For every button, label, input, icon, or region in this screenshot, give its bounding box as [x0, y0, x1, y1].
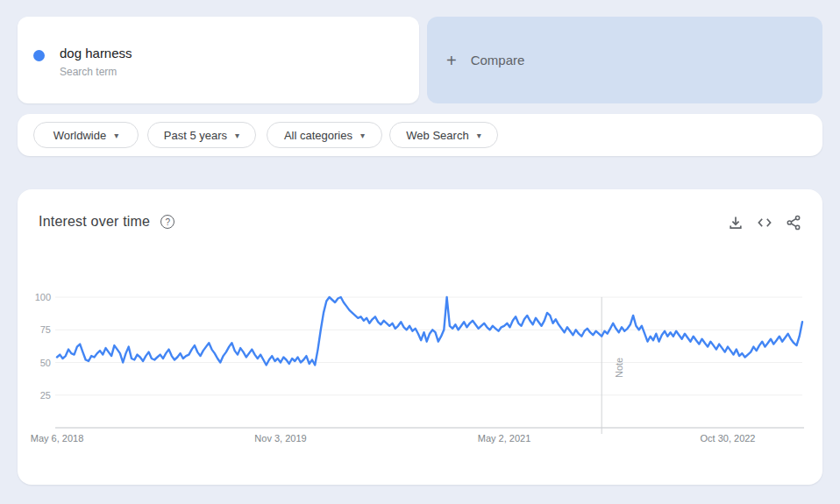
chevron-down-icon: ▾: [235, 131, 239, 140]
plus-icon: +: [446, 52, 457, 69]
compare-inner: + Compare: [446, 17, 524, 103]
compare-label: Compare: [471, 53, 525, 67]
x-axis-tick: Nov 3, 2019: [254, 433, 306, 444]
interest-over-time-card: Interest over time ? 100 75 50 25: [18, 189, 822, 485]
x-axis-tick: May 6, 2018: [31, 433, 84, 444]
search-term-card[interactable]: dog harness Search term: [18, 17, 419, 103]
filter-timerange-label: Past 5 years: [164, 129, 227, 142]
filter-category-dropdown[interactable]: All categories ▾: [267, 122, 382, 148]
filter-searchtype-label: Web Search: [406, 129, 468, 142]
x-axis-tick: Oct 30, 2022: [701, 433, 756, 444]
filter-category-label: All categories: [284, 129, 352, 142]
compare-card[interactable]: + Compare: [427, 17, 822, 103]
search-term-label: dog harness: [60, 46, 132, 60]
series-color-dot-icon: [33, 50, 45, 61]
chevron-down-icon: ▾: [360, 131, 365, 140]
filter-searchtype-dropdown[interactable]: Web Search ▾: [389, 122, 498, 148]
x-axis-tick: May 2, 2021: [478, 433, 531, 444]
chevron-down-icon: ▾: [477, 131, 481, 140]
note-marker-label[interactable]: Note: [614, 358, 624, 378]
trend-plot[interactable]: 100 75 50 25 May 6, 2018 Nov 3, 2019 May…: [18, 189, 822, 485]
filter-bar: Worldwide ▾ Past 5 years ▾ All categorie…: [18, 114, 822, 156]
filter-region-label: Worldwide: [53, 129, 106, 142]
filter-timerange-dropdown[interactable]: Past 5 years ▾: [147, 122, 256, 148]
search-term-type: Search term: [60, 66, 117, 78]
chevron-down-icon: ▾: [114, 131, 118, 140]
filter-region-dropdown[interactable]: Worldwide ▾: [33, 122, 139, 148]
